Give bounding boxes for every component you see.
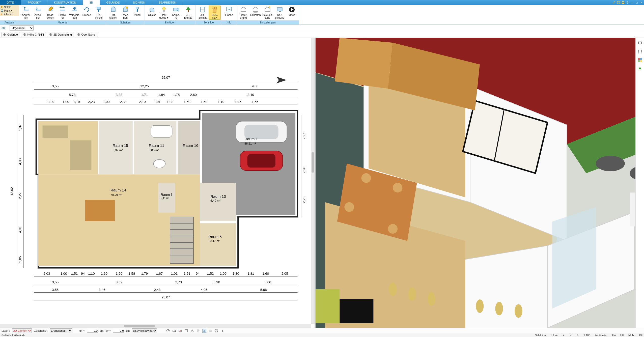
info-small-icon[interactable]: i — [220, 329, 225, 333]
ribbon-btn-verschieben[interactable]: Verschie-ben — [69, 6, 81, 19]
grid-icon[interactable] — [621, 1, 625, 4]
coord-mode-select[interactable]: dx,dy (relativ ka — [132, 328, 157, 333]
triangle-icon[interactable] — [190, 329, 194, 333]
group-label-material: Material — [19, 20, 106, 24]
ribbon-btn-label2: tung — [262, 16, 274, 19]
menu-tab-projekt[interactable]: PROJEKT — [21, 0, 48, 5]
status-scale: 1:100 — [583, 334, 590, 337]
menu-tab-datei[interactable]: DATEI — [0, 0, 21, 5]
clock-icon[interactable] — [166, 329, 170, 333]
plan-hscroll[interactable] — [0, 324, 311, 328]
ribbon-btn-objekt[interactable]: Objekt — [146, 6, 158, 16]
svg-rect-90 — [178, 121, 200, 175]
layers-icon[interactable] — [637, 40, 642, 45]
ribbon-btn-lichtquelle[interactable]: Licht-quelle ▾ — [158, 6, 170, 19]
verschieben-icon — [71, 6, 78, 13]
geschoss-select[interactable]: Erdgeschos — [50, 328, 72, 333]
chair-icon[interactable] — [637, 49, 642, 54]
ribbon-btn-kollision[interactable]: Kolli-sion — [209, 6, 221, 20]
svg-text:2,03: 2,03 — [43, 272, 50, 275]
ribbon-btn-bitmap3d[interactable]: 3D-Bitmap — [182, 6, 194, 19]
grid-toggle-icon[interactable] — [208, 329, 212, 333]
svg-text:5,66: 5,66 — [260, 288, 267, 292]
record-icon[interactable] — [178, 329, 182, 333]
ribbon-btn-rechnen[interactable]: Rech-nen — [119, 6, 131, 19]
ribbon-btn-bearbeiten[interactable]: Bear-beiten — [44, 6, 57, 19]
ribbon-btn-zuweisen[interactable]: Zuwei-sen — [32, 6, 44, 19]
close-icon[interactable]: × — [639, 1, 643, 4]
svg-point-182 — [428, 292, 435, 306]
plan-vscroll[interactable] — [311, 38, 315, 324]
ribbon-btn-drehen[interactable]: Drehen — [81, 6, 93, 16]
ribbon-btn-beleuchtung[interactable]: Beleuch-tung — [262, 6, 274, 19]
minimize-icon[interactable]: – — [630, 1, 634, 4]
svg-point-181 — [408, 287, 416, 301]
ribbon-btn-label2: ben — [69, 16, 81, 19]
mark-tool[interactable]: Mark.▾ — [1, 9, 18, 12]
layer-select[interactable]: 2D-Elemen — [12, 328, 32, 333]
tree-icon[interactable] — [637, 66, 642, 71]
ribbon-btn-label2: beiten — [44, 16, 57, 19]
abgreifen-icon — [23, 6, 30, 13]
tool-icon[interactable] — [612, 1, 616, 4]
dy-input[interactable] — [113, 329, 124, 333]
dy-unit: cm — [126, 329, 130, 332]
camera-icon[interactable] — [172, 329, 176, 333]
svg-rect-14 — [136, 7, 138, 9]
ribbon-btn-label2: nen — [119, 16, 131, 19]
ribbon-btn-darstellung[interactable]: Dar-stellung — [274, 6, 286, 19]
help-icon[interactable]: ? — [626, 1, 629, 4]
dx-input[interactable] — [87, 329, 98, 333]
menu-tab-3d[interactable]: 3D — [83, 0, 100, 5]
svg-rect-17 — [163, 10, 165, 12]
svg-text:2,27: 2,27 — [18, 192, 22, 199]
status-uf: UF — [620, 334, 624, 337]
car-red-icon — [240, 151, 283, 171]
shade-icon[interactable] — [202, 329, 206, 333]
zoom-extents-icon[interactable] — [184, 329, 188, 333]
pill-oberflaeche[interactable]: Oberfläche — [76, 32, 97, 37]
ribbon-btn-schnitt3d[interactable]: 3D-Schnitt — [197, 6, 209, 19]
maximize-icon[interactable]: □ — [635, 1, 638, 4]
ribbon-btn-pinsel[interactable]: Pinsel — [131, 6, 144, 16]
palette-icon[interactable] — [637, 58, 642, 63]
optionen-tool[interactable]: + Optionen — [1, 13, 18, 16]
svg-rect-96 — [70, 140, 91, 170]
svg-point-16 — [162, 7, 165, 10]
pill-gelaende[interactable]: Gelände — [2, 32, 20, 37]
svg-rect-24 — [213, 10, 216, 12]
ribbon-btn-kamera[interactable]: Kame-ra — [170, 6, 182, 19]
ribbon-btn-video[interactable]: Video — [286, 6, 298, 16]
ribbon-btn-hintergrund[interactable]: Hinter-grund — [237, 6, 249, 19]
pill-hoehe[interactable]: Höhe ü. NHN — [22, 32, 46, 37]
floorplan-viewport[interactable]: 25,07 3,55 12,25 9,00 5,78 3,83 1,71 1,8… — [0, 38, 316, 328]
menu-tab-konstruktion[interactable]: KONSTRUKTION — [47, 0, 83, 5]
svg-text:1,00: 1,00 — [61, 272, 67, 275]
darstellung-icon — [276, 6, 283, 13]
hatch-icon[interactable] — [196, 329, 200, 333]
side-toolbar — [635, 38, 644, 328]
menu-tab-sichten[interactable]: SICHTEN — [126, 0, 152, 5]
ribbon-btn-skalieren[interactable]: Skalie-ren — [57, 6, 69, 19]
ribbon-btn-schatten2[interactable]: Schatten — [249, 6, 262, 16]
menu-tab-bearbeiten[interactable]: BEARBEITEN — [152, 0, 183, 5]
svg-text:1,58: 1,58 — [128, 272, 135, 275]
terrain-select[interactable]: Urgelände — [10, 25, 34, 31]
menu-tab-gelaende[interactable]: GELÄNDE — [100, 0, 127, 5]
geschoss-label: Geschoss : — [34, 329, 48, 332]
svg-text:78,99 m²: 78,99 m² — [110, 193, 122, 196]
ribbon-btn-flaeche[interactable]: m²Fläche — [223, 6, 235, 16]
status-bar: Gelände L=Gelände Selektion 1:1 sel X: Y… — [0, 333, 644, 337]
svg-text:3,37 m²: 3,37 m² — [113, 148, 123, 152]
select-tool[interactable]: Selekt — [1, 6, 18, 9]
skalieren-icon — [59, 6, 66, 13]
pill-2d[interactable]: 2D Darstellung — [48, 32, 74, 37]
ribbon-btn-darstellen[interactable]: Dar-stellen — [107, 6, 119, 19]
north-icon[interactable]: N — [214, 329, 218, 333]
3d-viewport[interactable] — [316, 38, 644, 328]
ribbon-btn-hinpinsel[interactable]: Hin.Pinsel — [93, 6, 105, 19]
window-icon[interactable] — [617, 1, 620, 4]
svg-point-185 — [515, 304, 522, 318]
ribbon-btn-abgreifen[interactable]: Abgrei-fen — [20, 6, 32, 19]
darstellen-icon — [110, 6, 117, 13]
